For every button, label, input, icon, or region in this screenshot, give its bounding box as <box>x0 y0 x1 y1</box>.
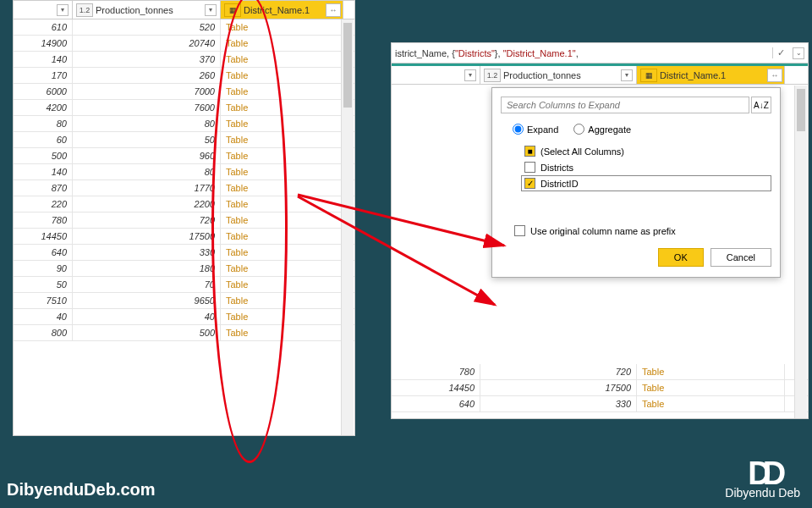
table-link-cell[interactable]: Table <box>221 180 343 196</box>
numeric-type-icon: 1.2 <box>76 3 93 17</box>
aggregate-radio[interactable]: Aggregate <box>573 124 631 135</box>
cell: 80 <box>14 116 73 131</box>
expand-column-icon[interactable]: ↔ <box>767 69 782 82</box>
table-row[interactable]: 780720Table <box>14 213 354 229</box>
table-row[interactable]: 1445017500Table <box>14 229 354 245</box>
table-link-cell[interactable]: Table <box>637 380 785 395</box>
table-link-cell[interactable]: Table <box>221 309 343 324</box>
table-row[interactable]: 42007600Table <box>14 100 354 116</box>
table-link-cell[interactable]: Table <box>221 68 343 83</box>
formula-done-icon[interactable]: ✓ <box>772 47 789 58</box>
vertical-scrollbar[interactable] <box>341 19 354 435</box>
table-link-cell[interactable]: Table <box>221 148 343 163</box>
table-link-cell[interactable]: Table <box>637 396 785 411</box>
right-col-header-blank[interactable]: ▾ <box>392 66 480 84</box>
left-col-header-district-name[interactable]: ▦ District_Name.1 ↔ <box>221 1 343 19</box>
cell: 14900 <box>14 36 73 51</box>
table-row[interactable]: 90180Table <box>14 261 354 277</box>
table-link-cell[interactable]: Table <box>221 36 343 51</box>
checkbox-icon[interactable] <box>514 225 525 236</box>
cell: 7000 <box>73 84 221 99</box>
table-row[interactable]: 8701770Table <box>14 180 354 196</box>
logo-icon: DD <box>725 459 800 488</box>
cell: 720 <box>73 213 221 228</box>
vertical-scrollbar[interactable] <box>794 86 807 418</box>
table-row[interactable]: 610520Table <box>14 19 354 36</box>
table-row[interactable]: 75109650Table <box>14 293 354 309</box>
column-checkbox-item[interactable]: ✓DistrictID <box>521 175 771 191</box>
use-prefix-row[interactable]: Use original column name as prefix <box>514 225 771 236</box>
table-link-cell[interactable]: Table <box>637 364 785 379</box>
table-link-cell[interactable]: Table <box>221 132 343 147</box>
table-row[interactable]: 1445017500Table <box>392 380 808 396</box>
table-row[interactable]: 800500Table <box>14 325 354 341</box>
table-row[interactable]: 5070Table <box>14 277 354 293</box>
checkbox-icon[interactable]: ✓ <box>524 178 535 189</box>
expand-column-icon[interactable]: ↔ <box>326 3 341 17</box>
right-col-header-district-name[interactable]: ▦ District_Name.1 ↔ <box>637 66 785 84</box>
cell: 220 <box>14 196 73 212</box>
select-all-columns[interactable]: ■ (Select All Columns) <box>521 143 771 159</box>
scrollbar-thumb[interactable] <box>797 89 805 131</box>
column-checkbox-item[interactable]: Districts <box>521 159 771 175</box>
tristate-checkbox-icon[interactable]: ■ <box>524 146 535 157</box>
scrollbar-thumb[interactable] <box>343 23 352 108</box>
table-row[interactable]: 1490020740Table <box>14 36 354 52</box>
popup-search-row: A↓Z <box>501 97 771 113</box>
table-link-cell[interactable]: Table <box>221 325 343 340</box>
table-link-cell[interactable]: Table <box>221 116 343 131</box>
table-row[interactable]: 8080Table <box>14 116 354 132</box>
right-table-body: 780720Table1445017500Table640330Table <box>392 364 808 412</box>
left-col-header-blank[interactable]: ▾ <box>14 1 73 19</box>
popup-column-list: ■ (Select All Columns) Districts✓Distric… <box>521 143 771 191</box>
table-row[interactable]: 170260Table <box>14 68 354 84</box>
table-link-cell[interactable]: Table <box>221 196 343 212</box>
cell: 17500 <box>73 229 221 244</box>
cell: 20740 <box>73 36 221 51</box>
table-link-cell[interactable]: Table <box>221 293 343 308</box>
checkbox-icon[interactable] <box>524 162 535 173</box>
table-row[interactable]: 640330Table <box>14 245 354 261</box>
table-link-cell[interactable]: Table <box>221 261 343 276</box>
expand-radio[interactable]: Expand <box>513 124 558 135</box>
table-row[interactable]: 140370Table <box>14 52 354 68</box>
table-row[interactable]: 640330Table <box>392 396 808 412</box>
cancel-button[interactable]: Cancel <box>710 248 771 267</box>
table-link-cell[interactable]: Table <box>221 52 343 67</box>
item-label: (Select All Columns) <box>540 146 624 157</box>
column-label: Production_tonnes <box>96 5 173 15</box>
ok-button[interactable]: OK <box>658 248 704 267</box>
table-link-cell[interactable]: Table <box>221 84 343 99</box>
chevron-down-icon[interactable]: ▾ <box>464 69 476 81</box>
table-row[interactable]: 780720Table <box>392 364 808 380</box>
table-link-cell[interactable]: Table <box>221 229 343 244</box>
chevron-down-icon[interactable]: ⌄ <box>793 47 804 59</box>
right-header-row: ▾ 1.2 Production_tonnes ▾ ▦ District_Nam… <box>392 66 808 85</box>
expand-radio-input[interactable] <box>513 124 524 135</box>
chevron-down-icon[interactable]: ▾ <box>621 69 633 81</box>
sort-az-button[interactable]: A↓Z <box>751 97 771 113</box>
table-row[interactable]: 2202200Table <box>14 196 354 213</box>
table-link-cell[interactable]: Table <box>221 164 343 179</box>
watermark-left: DibyenduDeb.com <box>7 480 156 500</box>
table-link-cell[interactable]: Table <box>221 245 343 260</box>
cell: 50 <box>73 132 221 147</box>
aggregate-radio-input[interactable] <box>573 124 584 135</box>
table-row[interactable]: 4040Table <box>14 309 354 325</box>
cell: 180 <box>73 261 221 276</box>
table-link-cell[interactable]: Table <box>221 19 343 35</box>
formula-bar[interactable]: istrict_Name, {"Districts"}, "District_N… <box>392 43 808 64</box>
left-col-header-production[interactable]: 1.2 Production_tonnes ▾ <box>73 1 221 19</box>
table-link-cell[interactable]: Table <box>221 100 343 115</box>
table-row[interactable]: 6050Table <box>14 132 354 148</box>
chevron-down-icon[interactable]: ▾ <box>205 4 217 16</box>
table-row[interactable]: 14080Table <box>14 164 354 180</box>
table-link-cell[interactable]: Table <box>221 213 343 228</box>
search-columns-input[interactable] <box>501 97 749 113</box>
right-col-header-production[interactable]: 1.2 Production_tonnes ▾ <box>480 66 637 84</box>
table-row[interactable]: 60007000Table <box>14 84 354 100</box>
table-row[interactable]: 500960Table <box>14 148 354 164</box>
cell: 4200 <box>14 100 73 115</box>
table-link-cell[interactable]: Table <box>221 277 343 292</box>
chevron-down-icon[interactable]: ▾ <box>57 4 69 16</box>
